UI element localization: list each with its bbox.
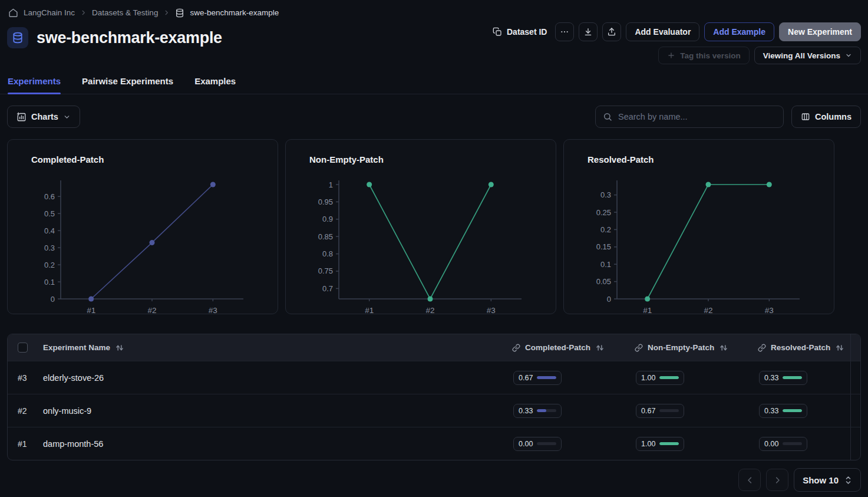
chevron-right-icon [163,9,170,16]
experiment-number: #1 [8,427,43,460]
metric-bar-fill [783,409,802,412]
header-actions: Dataset ID Add Evaluator Ad [489,22,861,64]
metric-pill: 1.00 [636,437,684,451]
header-completed-patch[interactable]: Completed-Patch [512,334,635,361]
sort-icon[interactable] [836,344,844,352]
metric-bar-track [659,409,679,412]
svg-text:0.3: 0.3 [600,190,611,199]
metric-pill: 0.00 [513,437,562,451]
metric-pill: 0.33 [759,404,807,418]
chart-title: Resolved-Patch [588,154,834,164]
svg-text:1: 1 [329,180,333,189]
page-size-select[interactable]: Show 10 [794,468,861,492]
download-button[interactable] [579,22,598,41]
more-options-button[interactable] [555,22,574,41]
metric-bar-track [783,442,802,445]
viewing-versions-dropdown[interactable]: Viewing All Versions [754,47,861,64]
row-spacer [850,427,860,460]
tab-examples[interactable]: Examples [194,76,236,94]
metric-value: 1.00 [641,440,655,448]
svg-text:#2: #2 [425,306,434,315]
previous-page-button[interactable] [738,469,761,491]
tag-version-label: Tag this version [680,51,741,60]
breadcrumb-section[interactable]: Datasets & Testing [92,8,158,17]
header-resolved-patch[interactable]: Resolved-Patch [758,334,850,361]
upload-icon [607,27,616,37]
metric-cell: 0.00 [758,427,850,460]
metric-cell: 0.00 [512,427,635,460]
charts-dropdown-button[interactable]: Charts [7,106,80,128]
metric-bar-track [537,442,556,445]
add-example-button[interactable]: Add Example [704,22,774,41]
svg-text:#3: #3 [487,306,496,315]
header-experiment-name[interactable]: Experiment Name [43,334,512,361]
chevron-right-icon [773,476,782,485]
row-spacer [850,394,860,427]
chevron-right-icon [80,9,87,16]
plus-icon [667,51,675,60]
svg-text:0: 0 [607,295,611,304]
metric-pill: 0.67 [513,371,562,385]
chart-card-resolved-patch: Resolved-Patch 00.050.10.150.20.250.3#1#… [563,139,834,314]
title-wrap: swe-benchmark-example [7,27,222,48]
table-row[interactable]: #2 only-music-9 0.33 0.67 0.33 [8,394,860,427]
svg-text:0.4: 0.4 [44,226,55,235]
svg-text:0.2: 0.2 [44,261,55,269]
breadcrumb-org[interactable]: LangChain Inc [24,8,75,17]
experiment-name: damp-month-56 [43,427,512,460]
chart-icon [16,112,27,122]
metric-bar-fill [537,376,556,379]
metric-pill: 1.00 [636,371,684,385]
toolbar: Charts Columns [0,94,868,139]
add-evaluator-button[interactable]: Add Evaluator [626,22,699,41]
sort-icon[interactable] [115,344,124,352]
column-label: Resolved-Patch [771,343,830,352]
metric-pill: 0.33 [513,404,562,418]
upload-button[interactable] [602,22,621,41]
metric-cell: 0.33 [758,361,850,394]
experiment-number: #3 [8,361,43,394]
new-experiment-button[interactable]: New Experiment [779,22,861,41]
sort-icon[interactable] [720,344,728,352]
add-evaluator-label: Add Evaluator [635,27,691,37]
metric-bar-fill [659,376,679,379]
chevron-down-icon [845,52,852,59]
experiment-number: #2 [8,394,43,427]
metric-bar-track [659,376,679,379]
chevron-left-icon [745,476,754,485]
svg-text:#3: #3 [209,306,217,315]
svg-text:0.9: 0.9 [322,215,333,223]
columns-button[interactable]: Columns [791,106,861,128]
copy-icon [493,27,502,37]
svg-text:0.05: 0.05 [596,277,611,286]
metric-bar-fill [537,409,546,412]
svg-text:0.1: 0.1 [44,278,55,287]
metric-bar-fill [659,442,679,445]
metric-value: 0.33 [519,407,533,415]
table-row[interactable]: #1 damp-month-56 0.00 1.00 0.00 [8,427,860,460]
tab-pairwise-experiments[interactable]: Pairwise Experiments [82,76,173,94]
page-header: swe-benchmark-example Dataset ID [0,18,868,64]
tab-experiments[interactable]: Experiments [8,76,61,94]
tag-version-button[interactable]: Tag this version [658,47,750,64]
dataset-database-icon [7,27,28,48]
dataset-id-label: Dataset ID [507,27,547,37]
metric-bar-track [659,442,679,445]
link-icon [635,344,643,352]
table-row[interactable]: #3 elderly-stove-26 0.67 1.00 0.33 [8,361,860,394]
metric-bar-fill [783,376,802,379]
metric-cell: 0.33 [758,394,850,427]
link-icon [758,344,766,352]
next-page-button[interactable] [766,469,788,491]
select-all-checkbox[interactable] [18,343,28,353]
metric-bar-track [537,376,556,379]
dataset-id-button[interactable]: Dataset ID [489,22,550,41]
metric-cell: 0.33 [512,394,635,427]
download-icon [583,27,593,37]
header-non-empty-patch[interactable]: Non-Empty-Patch [635,334,758,361]
search-input[interactable] [618,112,776,121]
home-icon[interactable] [8,8,18,18]
sort-icon[interactable] [596,344,604,352]
database-icon [175,8,184,18]
svg-text:0.5: 0.5 [44,209,55,218]
